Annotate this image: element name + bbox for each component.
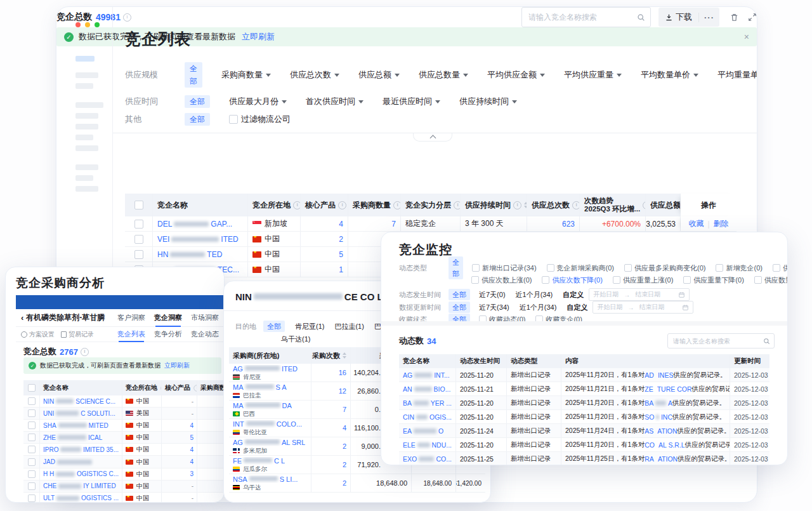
last-month-option[interactable]: 近1个月(34)	[520, 303, 557, 312]
type-option[interactable]: 供应数量上涨(0)	[754, 275, 788, 285]
filter-option[interactable]: 供应总额	[358, 69, 400, 81]
table-row[interactable]: CHEIY LIMITED 中国 -	[23, 481, 224, 493]
table-row[interactable]: JAD 中国 4	[23, 456, 224, 468]
filter-all-chip[interactable]: 全部	[263, 321, 285, 332]
table-row[interactable]: BAYER ... 2025-11-20 新增出口记录 2025年11月20日，…	[399, 396, 769, 410]
buyer-cell[interactable]: NSAS LI... 乌干达	[229, 474, 311, 492]
buyer-cell[interactable]: MADA 巴西	[229, 401, 311, 418]
custom-range-option[interactable]: 自定义	[563, 290, 584, 300]
table-row[interactable]: EAO 2025-11-24 新增出口记录 2025年11月24日，有1条对AS…	[399, 424, 769, 438]
competitor-name-link[interactable]: SHAMITED	[40, 420, 122, 431]
core-product-count[interactable]: 4	[162, 456, 197, 467]
filter-option[interactable]: 最近供应时间	[383, 96, 440, 107]
download-button[interactable]: 下载	[658, 11, 698, 23]
type-option[interactable]: 供应次数上涨(0)	[471, 275, 532, 285]
sidebar-item[interactable]	[75, 102, 103, 108]
core-product-count[interactable]: 1	[301, 262, 348, 277]
competitor-search-input[interactable]	[667, 333, 775, 348]
core-product-count[interactable]: 4	[162, 444, 197, 455]
filter-option[interactable]: 供应最大月份	[229, 96, 287, 107]
dest-option[interactable]: 巴拉圭(1)	[334, 322, 363, 331]
subtab-competition-analysis[interactable]: 竞争分析	[154, 329, 182, 339]
competitor-name-link[interactable]: EXOCO...	[399, 452, 456, 465]
buyer-cell[interactable]: AGITED 肯尼亚	[229, 364, 311, 382]
table-row[interactable]: H HOGISTICS C... 中国 3	[23, 468, 224, 481]
competitor-name-link[interactable]: ANBIO...	[399, 382, 456, 395]
table-row[interactable]: EXOCO... 2025-11-25 新增出口记录 2025年11月25日，有…	[399, 452, 769, 465]
close-icon[interactable]	[744, 32, 749, 42]
favorite-button[interactable]: 收藏	[688, 218, 704, 229]
purchase-times[interactable]: 2	[343, 442, 346, 450]
row-checkbox[interactable]	[23, 420, 40, 431]
filter-option[interactable]: 供应持续时间	[459, 96, 517, 107]
select-all-checkbox[interactable]	[125, 194, 153, 216]
core-product-count[interactable]: 2	[301, 232, 348, 246]
table-row[interactable]: NINSCIENCE C... 中国 -	[23, 395, 224, 408]
competitor-name-link[interactable]: CHEIY LIMITED	[40, 481, 122, 492]
sidebar-item[interactable]	[75, 175, 93, 181]
buyer-cell[interactable]: INTCOLO... 哥伦比亚	[229, 419, 311, 437]
row-checkbox[interactable]	[23, 408, 40, 419]
type-option[interactable]: 供应最多采购商变化(0)	[624, 263, 705, 273]
competitor-name-link[interactable]: ULTOGISTICS ...	[40, 493, 122, 503]
buyer-name-link[interactable]: FEC L	[233, 457, 285, 465]
core-product-count[interactable]: 5	[301, 247, 348, 262]
competitor-name-link[interactable]: AGINT...	[399, 368, 456, 382]
filter-option[interactable]: 平均重量单价	[717, 69, 757, 81]
info-icon[interactable]	[572, 201, 580, 209]
core-product-count[interactable]: 4	[301, 216, 348, 231]
core-product-count[interactable]: 3	[162, 468, 197, 480]
sidebar-item[interactable]	[75, 135, 93, 140]
competitor-search-input[interactable]	[521, 7, 651, 27]
filter-option[interactable]: 采购商数量	[221, 69, 271, 81]
sidebar-item[interactable]	[75, 113, 98, 119]
delete-button[interactable]: 删除	[714, 218, 729, 229]
last-7-days-option[interactable]: 近7天(34)	[479, 303, 509, 312]
date-range-input[interactable]: 开始日期 结束日期	[593, 301, 693, 314]
subtab-competitor-list[interactable]: 竞企列表	[117, 329, 145, 339]
table-row[interactable]: SHAMITED 中国 4	[23, 420, 224, 432]
dest-option[interactable]: 乌干达(1)	[281, 335, 310, 344]
tab-customer-insight[interactable]: 客户洞察	[117, 313, 145, 322]
last-7-days-option[interactable]: 近7天(0)	[479, 290, 506, 300]
row-checkbox[interactable]	[23, 468, 40, 480]
sidebar-item[interactable]	[75, 124, 98, 129]
sidebar-item[interactable]	[75, 145, 98, 151]
table-row[interactable]: CINOGIS... 2025-11-20 新增出口记录 2025年11月20日…	[399, 410, 769, 424]
row-checkbox[interactable]	[23, 432, 40, 443]
collapse-filters-button[interactable]	[413, 133, 452, 142]
buyer-cell[interactable]: MAS A 巴拉圭	[229, 382, 311, 400]
buyer-count[interactable]: 7	[348, 216, 401, 231]
sidebar-item-active[interactable]	[75, 56, 95, 62]
filter-option[interactable]: 平均供应金额	[487, 69, 545, 81]
core-product-count[interactable]: 4	[162, 420, 197, 431]
row-checkbox[interactable]	[23, 493, 40, 503]
type-option[interactable]: 新增竞企(0)	[716, 263, 762, 273]
sidebar-item[interactable]	[75, 83, 93, 89]
info-icon[interactable]	[293, 201, 301, 209]
info-icon[interactable]	[81, 348, 89, 356]
competitor-name-link[interactable]: IPROIMITED 35...	[40, 444, 122, 455]
info-icon[interactable]	[393, 201, 401, 209]
purchase-times[interactable]: 16	[339, 369, 346, 376]
sidebar-item[interactable]	[75, 72, 98, 78]
competitor-name-link[interactable]: NINSCIENCE C...	[40, 395, 122, 407]
competitor-name-link[interactable]: ZHEICAL	[40, 432, 122, 443]
competitor-name-link[interactable]: VEIITED	[153, 232, 248, 246]
date-range-input[interactable]: 开始日期 结束日期	[589, 288, 690, 301]
info-icon[interactable]	[513, 201, 521, 209]
row-checkbox[interactable]	[23, 456, 40, 467]
table-row[interactable]: ANBIO... 2025-11-21 新增出口记录 2025年11月21日，有…	[399, 382, 769, 396]
sort-icon[interactable]	[343, 352, 346, 359]
row-checkbox[interactable]	[125, 247, 153, 262]
buyer-name-link[interactable]: AGAL SRL	[233, 439, 305, 446]
table-row[interactable]: ZHEICAL 中国 5	[23, 432, 224, 444]
back-icon[interactable]	[21, 313, 23, 322]
sidebar-item[interactable]	[75, 186, 98, 192]
table-row[interactable]: UNIC SOLUTI... 美国 -	[23, 408, 224, 420]
info-icon[interactable]	[123, 13, 131, 22]
buyer-name-link[interactable]: AGITED	[233, 365, 298, 373]
info-icon[interactable]	[454, 201, 461, 209]
competitor-name-link[interactable]: H HOGISTICS C...	[40, 468, 122, 480]
fullscreen-icon[interactable]	[748, 13, 757, 22]
